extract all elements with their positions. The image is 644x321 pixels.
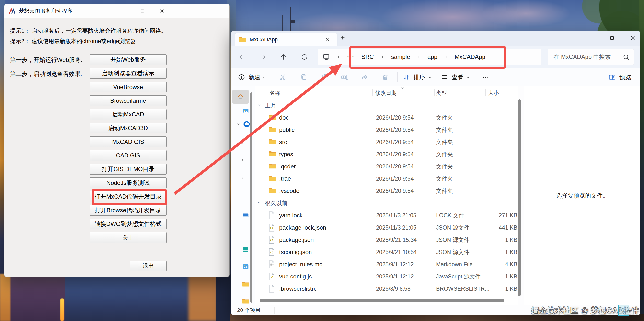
preview-pane-icon[interactable]: [608, 68, 616, 86]
breadcrumb-item-sample[interactable]: sample: [391, 53, 410, 60]
launcher-maximize-button[interactable]: [136, 4, 148, 18]
sidebar-item-home-selected[interactable]: [232, 90, 249, 104]
sidebar-item-drive-3[interactable]: [242, 263, 250, 271]
sidebar-scrollbar[interactable]: [250, 92, 252, 303]
sidebar-item-gallery[interactable]: [242, 107, 250, 115]
explorer-minimize-button[interactable]: [585, 31, 598, 45]
search-box[interactable]: [548, 49, 634, 65]
group-header-row[interactable]: 很久以前: [255, 197, 518, 209]
file-row-.browserslistrc[interactable]: .browserslistrc2025/8/9 8:58BROWSERSLIST…: [255, 283, 518, 295]
wallpaper-water: [0, 274, 233, 321]
sort-direction-icon: [400, 86, 404, 90]
sort-icon[interactable]: [403, 68, 410, 86]
column-divider[interactable]: [434, 88, 434, 96]
launcher-button-6[interactable]: 启动MxCAD3D: [90, 123, 167, 133]
new-button-label[interactable]: 新建: [248, 68, 260, 86]
file-row-public[interactable]: public2026/1/20 9:54文件夹: [255, 124, 518, 136]
launcher-button-10[interactable]: NodeJs服务测试: [90, 178, 167, 188]
file-row-.trae[interactable]: .trae2026/1/20 9:54文件夹: [255, 173, 518, 185]
file-row-tsconfig.json[interactable]: tsconfig.json2025/9/21 10:54JSON 源文件1 KB: [255, 246, 518, 258]
copy-icon[interactable]: [300, 68, 308, 86]
view-icon[interactable]: [441, 68, 448, 86]
explorer-tab[interactable]: MxCADApp: [235, 33, 338, 46]
column-header-size[interactable]: 大小: [488, 89, 499, 97]
new-chevron-icon[interactable]: [261, 68, 266, 86]
launcher-button-2[interactable]: 启动浏览器查看演示: [90, 68, 167, 79]
delete-icon[interactable]: [382, 68, 389, 86]
launcher-button-3[interactable]: VueBrowse: [90, 82, 167, 92]
sidebar-item-folder-2[interactable]: [242, 297, 250, 305]
group-header-row[interactable]: 上月: [255, 99, 518, 111]
up-button[interactable]: [278, 51, 289, 63]
back-button[interactable]: [237, 51, 248, 63]
column-divider[interactable]: [486, 88, 486, 96]
search-input[interactable]: [553, 49, 619, 65]
launcher-button-5[interactable]: 启动MxCAD: [90, 109, 167, 120]
onedrive-expand-chevron[interactable]: [236, 121, 242, 127]
desktop: 梦想云图服务启动程序 提示1： 启动服务后，一定需要防火墙允许服务程序访问网络。…: [0, 0, 644, 321]
rename-icon[interactable]: [341, 68, 348, 86]
new-tab-button[interactable]: [338, 34, 347, 41]
launcher-button-14[interactable]: 关于: [90, 232, 167, 243]
list-vertical-scrollbar[interactable]: [518, 99, 521, 296]
file-row-yarn.lock[interactable]: yarn.lock2025/11/3 21:05LOCK 文件271 KB: [255, 209, 518, 222]
launcher-button-1[interactable]: 开始Web服务: [90, 54, 167, 65]
breadcrumb-overflow[interactable]: ···: [347, 53, 354, 60]
breadcrumb-item-SRC[interactable]: SRC: [362, 53, 374, 60]
file-row-package-lock.json[interactable]: package-lock.json2025/11/3 21:05JSON 源文件…: [255, 222, 518, 234]
preview-toggle[interactable]: 预览: [619, 68, 631, 86]
address-bar[interactable]: ···SRCsampleappMxCADApp: [318, 49, 542, 65]
more-options-icon[interactable]: [482, 68, 489, 86]
file-row-.qoder[interactable]: .qoder2026/1/20 9:54文件夹: [255, 160, 518, 173]
tree-expand-chevron[interactable]: [239, 157, 246, 163]
launcher-button-4[interactable]: Browseifarme: [90, 95, 167, 106]
this-pc-icon[interactable]: [322, 53, 330, 61]
breadcrumb-item-MxCADApp[interactable]: MxCADApp: [454, 53, 485, 60]
paste-icon[interactable]: [321, 68, 328, 86]
column-header-name[interactable]: 名称: [270, 89, 280, 97]
sidebar-item-drive-2[interactable]: [242, 246, 250, 254]
new-button[interactable]: [238, 68, 245, 86]
file-row-vue.config.js[interactable]: vue.config.js2025/9/1 12:12JavaScript 源文…: [255, 270, 518, 283]
sort-chevron-icon[interactable]: [428, 68, 432, 86]
file-row-project_rules.md[interactable]: project_rules.md2025/9/1 12:12Markdown F…: [255, 258, 518, 270]
sort-button[interactable]: 排序: [414, 68, 425, 86]
sidebar-item-folder[interactable]: [242, 280, 250, 288]
column-divider[interactable]: [372, 88, 373, 96]
launcher-button-13[interactable]: 转换DWG到梦想文件格式: [90, 219, 167, 229]
group-collapse-icon[interactable]: [257, 103, 261, 107]
column-header-type[interactable]: 类型: [436, 89, 447, 97]
list-horizontal-scrollbar[interactable]: [260, 299, 504, 302]
file-type: 文件夹: [436, 173, 453, 185]
tab-close-icon[interactable]: [324, 36, 332, 43]
search-icon[interactable]: [622, 53, 630, 61]
cut-icon[interactable]: [279, 68, 286, 86]
file-row-doc[interactable]: doc2026/1/20 9:54文件夹: [255, 111, 518, 124]
launcher-button-7[interactable]: MxCAD GIS: [90, 136, 167, 147]
explorer-close-button[interactable]: [626, 31, 640, 45]
launcher-button-11[interactable]: 打开MxCAD代码开发目录: [90, 191, 167, 202]
tree-expand-chevron[interactable]: [239, 175, 246, 181]
share-icon[interactable]: [361, 68, 368, 86]
launcher-minimize-button[interactable]: [116, 4, 128, 18]
file-row-src[interactable]: src2026/1/20 9:54文件夹: [255, 136, 518, 148]
file-row-package.json[interactable]: package.json2025/9/21 15:34JSON 源文件1 KB: [255, 234, 518, 246]
launcher-button-8[interactable]: CAD GIS: [90, 150, 167, 161]
file-row-.vscode[interactable]: .vscode2026/1/20 9:54文件夹: [255, 185, 518, 197]
launcher-close-button[interactable]: [156, 4, 168, 18]
group-collapse-icon[interactable]: [257, 201, 261, 205]
exit-button[interactable]: 退出: [130, 261, 167, 271]
column-header-date[interactable]: 修改日期: [375, 89, 397, 97]
launcher-button-9[interactable]: 打开GIS DEMO目录: [90, 164, 167, 175]
breadcrumb-item-app[interactable]: app: [428, 53, 437, 60]
launcher-button-12[interactable]: 打开Browse代码开发目录: [90, 205, 167, 216]
view-button[interactable]: 查看: [452, 68, 464, 86]
view-chevron-icon[interactable]: [466, 68, 470, 86]
file-row-types[interactable]: types2026/1/20 9:54文件夹: [255, 148, 518, 160]
forward-button[interactable]: [257, 51, 268, 63]
sidebar-item-onedrive[interactable]: [243, 120, 250, 128]
sidebar-item-drive[interactable]: [242, 212, 250, 219]
explorer-maximize-button[interactable]: [605, 31, 619, 45]
tree-expand-chevron[interactable]: [239, 139, 246, 146]
refresh-button[interactable]: [299, 51, 310, 63]
